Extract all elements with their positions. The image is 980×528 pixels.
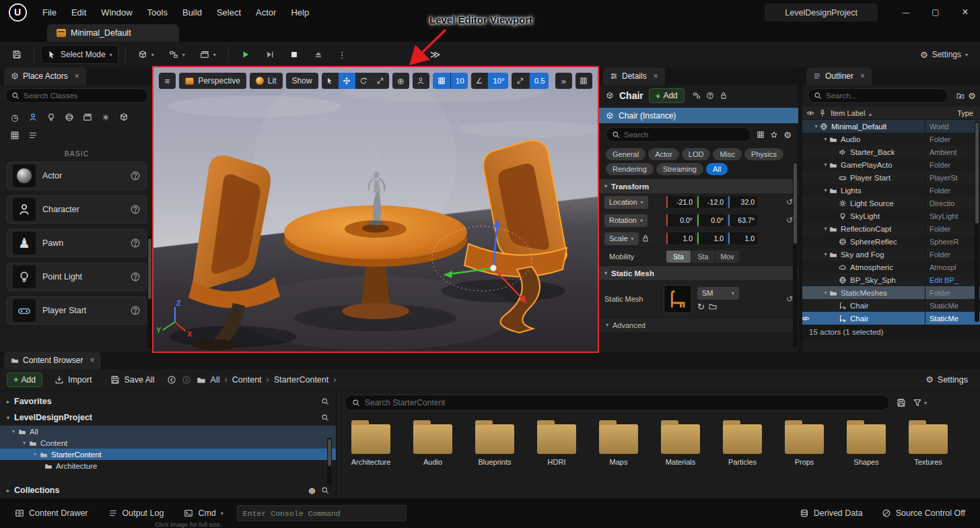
help-icon[interactable] [706,92,714,100]
content-drawer-button[interactable]: Content Drawer [8,504,95,522]
place-actor-item-pawn[interactable]: ♟ Pawn [7,229,147,257]
expander-icon[interactable] [822,290,829,296]
console-command-input[interactable] [243,509,400,518]
component-row-chair-instance[interactable]: Chair (Instance) [599,108,798,123]
grid-snap-value[interactable]: 10 [450,73,468,89]
filter-lod[interactable]: LOD [682,148,711,160]
eject-button[interactable] [308,45,328,64]
lock-icon[interactable] [720,92,728,100]
menu-build[interactable]: Build [175,0,209,24]
shapes-category-icon[interactable] [61,109,77,125]
location-dropdown[interactable]: Location▾ [604,196,648,209]
add-content-button[interactable]: +Add [7,372,42,387]
mobility-stationary-button[interactable]: Sta [691,251,715,263]
scrollbar[interactable] [327,438,332,485]
outliner-row[interactable]: Starter_BackAmbient [802,145,980,158]
help-icon[interactable] [130,170,141,181]
recently-placed-category-icon[interactable]: ◷ [7,109,23,125]
close-icon[interactable]: × [75,71,79,81]
expander-icon[interactable] [812,123,820,129]
expander-icon[interactable] [822,162,829,168]
favorites-section[interactable]: ▸ Favorites [0,393,336,409]
surface-snapping-button[interactable] [413,73,429,89]
save-search-icon[interactable] [897,398,906,407]
scrollbar[interactable] [147,236,152,349]
reset-static-mesh-icon[interactable]: ↺ [786,294,793,304]
folder-particles[interactable]: Particles [716,419,769,466]
folder-architecture[interactable]: Architecture [345,419,397,466]
favorites-icon[interactable] [770,131,778,139]
transform-section-header[interactable]: ▾Transform [599,179,798,193]
cinematic-category-icon[interactable] [79,109,96,125]
move-tool-button[interactable] [339,73,355,89]
forward-icon[interactable] [182,375,191,385]
scale-snap-icon[interactable] [512,73,529,89]
folder-shapes[interactable]: Shapes [840,419,893,466]
tree-row-content[interactable]: ▾ Content [0,437,336,449]
search-icon[interactable] [321,414,329,422]
grid-snap-icon[interactable] [433,73,450,89]
minimize-button[interactable] [891,0,921,24]
source-control-button[interactable]: Source Control Off [875,504,972,522]
perspective-dropdown[interactable]: Perspective [179,73,246,89]
filter-streaming[interactable]: Streaming [656,163,703,175]
menu-select[interactable]: Select [209,0,248,24]
type-column-header[interactable]: Type [957,109,973,117]
outliner-row[interactable]: ReflectionCaptFolder [802,222,980,235]
gear-icon[interactable]: ⚙ [968,92,976,100]
outliner-row[interactable]: SphereReflecSphereR [802,235,980,248]
outliner-search[interactable] [808,88,948,103]
asset-search-input[interactable] [365,398,882,407]
advanced-expander[interactable]: ▾Advanced [599,318,798,332]
toolbar-expand-chevrons[interactable]: ≫ [430,48,441,61]
filter-all[interactable]: All [706,163,728,175]
volumes-category-icon[interactable] [7,127,23,143]
add-component-button[interactable]: +Add [649,88,685,103]
scrollbar[interactable] [793,162,798,348]
details-search[interactable] [606,127,751,142]
filter-physics[interactable]: Physics [744,148,783,160]
outliner-search-input[interactable] [826,92,942,100]
close-icon[interactable]: × [90,356,94,365]
scale-z-field[interactable]: 1.0 [728,232,757,244]
folder-props[interactable]: Props [778,419,831,466]
close-icon[interactable]: × [860,71,865,81]
save-button[interactable] [7,45,27,64]
rotation-dropdown[interactable]: Rotation▾ [604,214,648,227]
scale-tool-button[interactable] [372,73,389,89]
pin-icon[interactable] [818,109,827,117]
search-icon[interactable] [321,486,329,494]
lights-category-icon[interactable] [43,109,59,125]
quick-add-dropdown[interactable]: ▾ [133,45,160,64]
static-mesh-section-header[interactable]: ▾Static Mesh [599,266,798,280]
breadcrumb-content[interactable]: Content [232,375,262,385]
tree-row-all[interactable]: ▾ All [0,426,336,437]
geometry-category-icon[interactable] [116,109,132,125]
back-icon[interactable] [167,375,176,385]
view-options-icon[interactable] [757,131,765,139]
mobility-static-button[interactable]: Sta [666,251,691,263]
tree-row-architecture[interactable]: Architecture [0,460,336,471]
outliner-row[interactable]: AudioFolder [802,133,980,145]
rotation-snap-control[interactable]: ∠ 10° [471,73,508,89]
reset-rotation-icon[interactable]: ↺ [786,216,793,225]
blueprints-dropdown[interactable]: ▾ [164,45,190,64]
filter-misc[interactable]: Misc [713,148,742,160]
location-x-field[interactable]: -21.0 [666,196,695,208]
menu-tools[interactable]: Tools [140,0,175,24]
tab-outliner[interactable]: Outliner × [806,67,872,85]
outliner-row[interactable]: Sky and FogFolder [802,248,980,261]
outliner-row[interactable]: BP_Sky_SphEdit BP_ [802,273,980,286]
location-z-field[interactable]: 32.0 [728,196,757,208]
folder-maps[interactable]: Maps [592,419,645,466]
add-folder-icon[interactable] [956,92,965,100]
location-y-field[interactable]: -12.0 [697,196,726,208]
angle-snap-icon[interactable]: ∠ [471,73,487,89]
viewport-scene[interactable]: Z Y X [153,67,598,352]
unreal-logo[interactable]: U [0,3,35,22]
asset-search[interactable] [345,395,890,411]
tab-minimal-default[interactable]: Minimal_Default [47,24,179,42]
gear-icon[interactable]: ⚙ [783,131,792,139]
rotation-x-field[interactable]: 0.0° [666,214,695,226]
place-actors-search[interactable] [5,88,148,103]
